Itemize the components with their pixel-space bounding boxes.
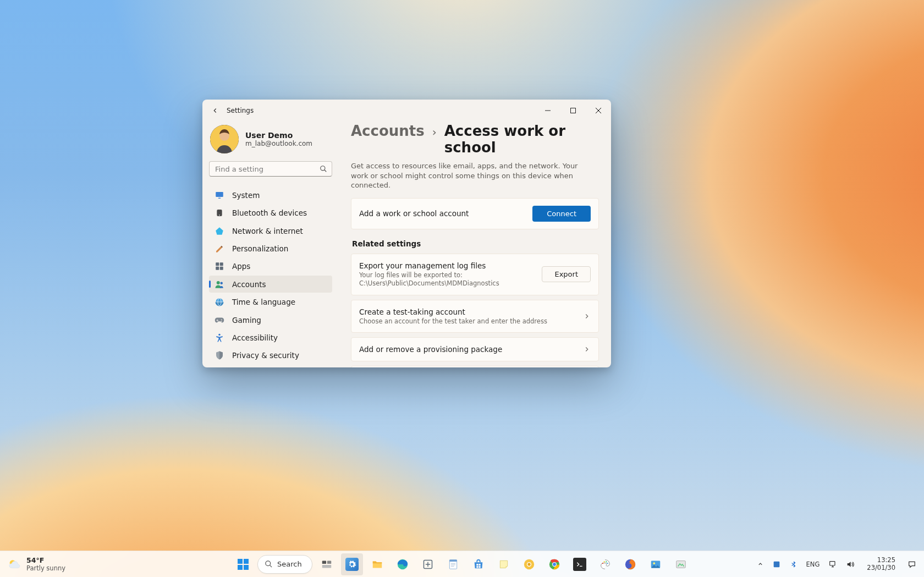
maximize-icon bbox=[570, 108, 576, 113]
breadcrumb-parent[interactable]: Accounts bbox=[351, 123, 425, 139]
sidebar-item-label: Apps bbox=[232, 262, 250, 271]
sidebar-item-bluetooth[interactable]: Bluetooth & devices bbox=[209, 205, 332, 222]
svg-rect-22 bbox=[238, 565, 243, 570]
tray-volume[interactable] bbox=[843, 553, 858, 575]
terminal-icon bbox=[575, 560, 584, 569]
weather-icon bbox=[8, 557, 22, 571]
taskbar-app-chrome[interactable] bbox=[543, 553, 565, 575]
main-content: Accounts › Access work or school Get acc… bbox=[339, 122, 611, 367]
minimize-button[interactable] bbox=[535, 102, 560, 119]
svg-rect-31 bbox=[449, 559, 457, 561]
taskbar-app-terminal[interactable] bbox=[569, 553, 591, 575]
sidebar-item-network[interactable]: Network & internet bbox=[209, 222, 332, 239]
tray-overflow[interactable] bbox=[754, 553, 767, 575]
taskbar-app-chrome-canary[interactable] bbox=[518, 553, 540, 575]
weather-widget[interactable]: 54°F Partly sunny bbox=[4, 554, 69, 574]
taskbar-app-store[interactable] bbox=[468, 553, 490, 575]
taskbar-app-explorer[interactable] bbox=[366, 553, 388, 575]
task-view-button[interactable] bbox=[316, 553, 338, 575]
search-input[interactable] bbox=[210, 165, 315, 173]
chevron-right-icon bbox=[583, 312, 591, 320]
titlebar: Settings bbox=[202, 100, 611, 122]
card-test-account[interactable]: Create a test-taking accountChoose an ac… bbox=[351, 300, 599, 333]
search-box[interactable] bbox=[209, 161, 332, 177]
taskbar-app-paint[interactable] bbox=[594, 553, 616, 575]
sidebar-item-time[interactable]: Time & language bbox=[209, 293, 332, 310]
tray-date: 23/01/30 bbox=[867, 564, 895, 572]
time-icon bbox=[215, 297, 224, 307]
network-icon bbox=[828, 560, 837, 569]
chevron-right-icon bbox=[583, 345, 591, 353]
sidebar-item-gaming[interactable]: Gaming bbox=[209, 311, 332, 328]
maximize-button[interactable] bbox=[560, 102, 586, 119]
card-enroll[interactable]: Enroll only in device management bbox=[351, 366, 599, 367]
sidebar-item-privacy[interactable]: Privacy & security bbox=[209, 347, 332, 364]
taskbar-app-sticky[interactable] bbox=[493, 553, 515, 575]
svg-point-17 bbox=[221, 321, 222, 322]
svg-point-16 bbox=[221, 319, 222, 320]
chrome-icon bbox=[548, 558, 560, 570]
svg-point-24 bbox=[266, 561, 271, 566]
tray-network[interactable] bbox=[825, 553, 840, 575]
svg-rect-51 bbox=[830, 561, 835, 565]
tray-notifications[interactable] bbox=[904, 553, 920, 575]
sidebar: User Demo m_lab@outlook.com SystemBlueto… bbox=[202, 122, 339, 367]
taskbar-app-snip[interactable] bbox=[417, 553, 439, 575]
tray-language[interactable]: ENG bbox=[803, 553, 823, 575]
square-app-icon bbox=[772, 560, 781, 569]
add-account-title: Add a work or school account bbox=[359, 209, 526, 218]
tray-bluetooth[interactable] bbox=[787, 553, 801, 575]
svg-rect-5 bbox=[218, 197, 221, 199]
connect-button[interactable]: Connect bbox=[532, 206, 591, 222]
sidebar-item-personalize[interactable]: Personalization bbox=[209, 240, 332, 257]
taskbar-app-notepad[interactable] bbox=[442, 553, 464, 575]
volume-icon bbox=[846, 560, 855, 569]
tray-app-1[interactable] bbox=[769, 553, 784, 575]
taskbar-app-generic[interactable] bbox=[670, 553, 692, 575]
sidebar-item-accounts[interactable]: Accounts bbox=[209, 276, 332, 293]
related-settings-heading: Related settings bbox=[352, 239, 599, 248]
profile-block[interactable]: User Demo m_lab@outlook.com bbox=[209, 122, 332, 161]
taskbar-app-edge[interactable] bbox=[392, 553, 414, 575]
avatar bbox=[210, 125, 239, 153]
apps-icon bbox=[215, 261, 224, 271]
taskbar-search[interactable]: Search bbox=[257, 555, 312, 574]
tray-clock[interactable]: 13:25 23/01/30 bbox=[860, 553, 902, 575]
card-title: Add or remove a provisioning package bbox=[359, 345, 576, 354]
taskbar-app-settings[interactable] bbox=[341, 553, 363, 575]
weather-condition: Partly sunny bbox=[26, 564, 65, 572]
svg-rect-50 bbox=[773, 561, 779, 567]
taskbar-app-firefox[interactable] bbox=[619, 553, 641, 575]
accessibility-icon bbox=[215, 333, 224, 343]
sidebar-item-label: Accounts bbox=[232, 280, 266, 289]
taskbar-app-photos[interactable] bbox=[645, 553, 667, 575]
start-button[interactable] bbox=[232, 553, 254, 575]
sidebar-item-label: Network & internet bbox=[232, 227, 303, 235]
gaming-icon bbox=[215, 315, 224, 325]
sidebar-item-accessibility[interactable]: Accessibility bbox=[209, 329, 332, 346]
close-button[interactable] bbox=[586, 102, 611, 119]
notepad-icon bbox=[448, 558, 459, 570]
sidebar-item-apps[interactable]: Apps bbox=[209, 258, 332, 275]
svg-point-12 bbox=[217, 281, 220, 284]
card-provisioning[interactable]: Add or remove a provisioning package bbox=[351, 337, 599, 361]
svg-point-41 bbox=[553, 563, 556, 566]
svg-point-43 bbox=[604, 561, 605, 562]
window-body: User Demo m_lab@outlook.com SystemBlueto… bbox=[202, 122, 611, 367]
sidebar-item-label: Privacy & security bbox=[232, 351, 299, 360]
sidebar-item-system[interactable]: System bbox=[209, 186, 332, 204]
notification-icon bbox=[908, 560, 916, 569]
taskbar-search-label: Search bbox=[277, 560, 302, 568]
sidebar-item-label: Gaming bbox=[232, 316, 261, 325]
card-subtitle: Your log files will be exported to: C:\U… bbox=[359, 271, 535, 288]
app-icon bbox=[675, 558, 687, 570]
scissors-icon bbox=[422, 559, 433, 570]
svg-rect-0 bbox=[571, 108, 576, 113]
svg-rect-32 bbox=[476, 564, 478, 565]
back-button[interactable] bbox=[207, 102, 223, 119]
profile-email: m_lab@outlook.com bbox=[245, 140, 312, 147]
tray-time: 13:25 bbox=[867, 557, 895, 564]
nav-list: SystemBluetooth & devicesNetwork & inter… bbox=[209, 186, 332, 364]
export-logs-button[interactable]: Export bbox=[542, 266, 591, 282]
svg-point-42 bbox=[602, 563, 603, 564]
